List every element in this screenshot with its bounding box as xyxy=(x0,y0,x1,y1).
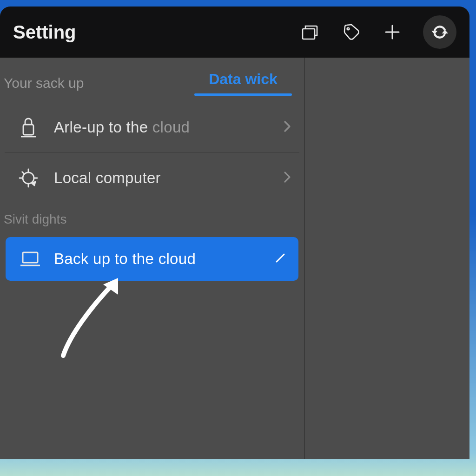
section-label-devices: Sivit dights xyxy=(0,203,304,234)
add-button[interactable] xyxy=(382,22,403,42)
backup-cloud-button[interactable]: Back up to the cloud xyxy=(6,237,298,281)
svg-rect-0 xyxy=(303,29,315,39)
section-header-row: Your sack up Data wick xyxy=(0,71,304,96)
list-item-label: Local computer xyxy=(54,169,283,187)
edit-icon xyxy=(274,252,286,266)
app-window: Setting xyxy=(0,7,469,459)
lock-icon xyxy=(16,115,41,140)
gear-icon xyxy=(16,165,41,191)
list-item-cloud-backup[interactable]: Arle-up to the cloud xyxy=(0,102,304,152)
settings-left-pane: Your sack up Data wick xyxy=(0,58,305,459)
sync-button[interactable] xyxy=(423,15,456,49)
svg-point-1 xyxy=(347,28,350,30)
titlebar-actions xyxy=(300,15,456,49)
tag-icon[interactable] xyxy=(341,22,362,42)
tab-data-wick[interactable]: Data wick xyxy=(194,71,292,96)
backup-options-list: Arle-up to the cloud xyxy=(0,102,304,203)
list-item-local-computer[interactable]: Local computer xyxy=(5,152,299,203)
settings-right-pane xyxy=(305,58,469,459)
list-item-label: Arle-up to the cloud xyxy=(54,119,283,136)
tab-underline xyxy=(194,93,292,96)
titlebar: Setting xyxy=(0,7,469,58)
section-label-backup: Your sack up xyxy=(4,75,84,91)
page-title: Setting xyxy=(13,22,294,43)
content-area: Your sack up Data wick xyxy=(0,58,469,459)
tab-label: Data wick xyxy=(209,71,278,93)
svg-line-10 xyxy=(22,172,25,174)
laptop-icon xyxy=(18,246,43,271)
chevron-right-icon xyxy=(283,170,292,186)
collections-icon[interactable] xyxy=(300,22,321,42)
backup-cloud-label: Back up to the cloud xyxy=(54,250,274,268)
svg-rect-12 xyxy=(23,252,38,263)
svg-line-13 xyxy=(277,254,284,262)
svg-rect-4 xyxy=(23,125,33,135)
chevron-right-icon xyxy=(283,119,292,135)
